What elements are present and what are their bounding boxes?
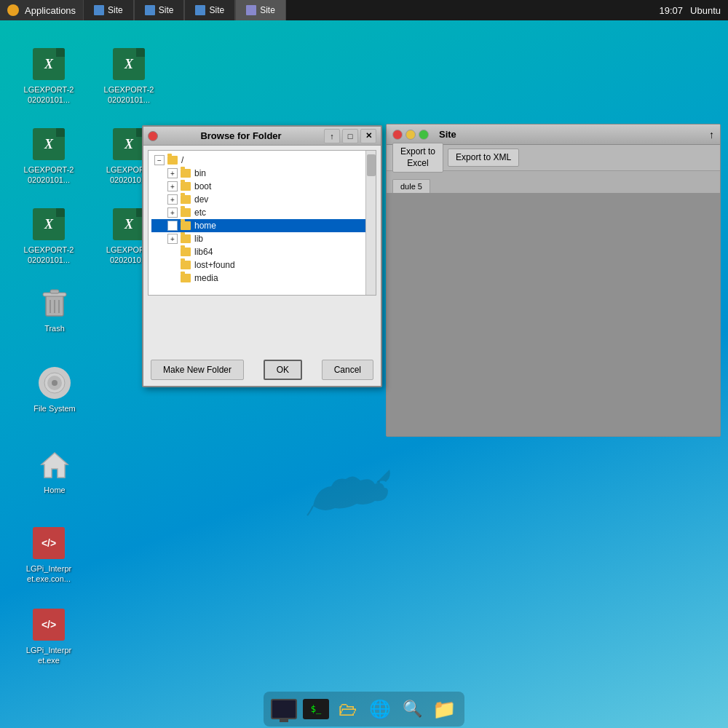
desktop-icon-home[interactable]: Home: [22, 444, 87, 498]
export-to-xml-btn[interactable]: Export to XML: [448, 149, 519, 167]
folder-label-boot: boot: [194, 181, 211, 191]
applications-menu[interactable]: Applications: [0, 0, 83, 20]
browse-for-folder-dialog: Browse for Folder ↑ □ ✕ − / + bin +: [142, 125, 382, 387]
svg-point-8: [52, 380, 58, 386]
dialog-close-btn[interactable]: [148, 131, 158, 141]
filesystem-icon: [37, 365, 72, 400]
site-btn-label-3: Site: [209, 5, 224, 15]
tree-item-lib64[interactable]: lib64: [151, 245, 373, 258]
site-content-area: [387, 193, 720, 436]
site-btn-label-4: Site: [260, 5, 275, 15]
site-minimize-btn[interactable]: [405, 130, 416, 140]
lgpi2-label: LGPi_Interpret.exe: [26, 645, 71, 666]
excel-icon-1: X: [31, 47, 66, 82]
excel-icon-4: X: [111, 127, 146, 162]
dock-terminal[interactable]: $_: [301, 695, 331, 724]
site-icon-4: [246, 5, 256, 15]
scrollbar-thumb[interactable]: [367, 154, 376, 176]
taskbar-site-btn-4[interactable]: Site: [235, 0, 286, 20]
trash-label: Trash: [44, 323, 65, 333]
export-to-excel-btn[interactable]: Export toExcel: [392, 143, 443, 173]
folder-label-media: media: [194, 273, 218, 283]
tree-item-home[interactable]: + home: [151, 219, 373, 232]
cancel-btn[interactable]: Cancel: [322, 360, 373, 380]
desktop-icon-lgpi1[interactable]: </> LGPi_Interpret.exe.con...: [16, 523, 82, 587]
dock-folder2[interactable]: 📁: [430, 695, 459, 724]
dialog-nav-up[interactable]: ↑: [324, 129, 340, 143]
site-window: Site ↑ Export toExcel Export to XML dule…: [386, 124, 721, 437]
lgpi2-icon: </>: [31, 607, 66, 642]
folder-icon-boot: [181, 182, 191, 191]
site-maximize-btn[interactable]: [419, 130, 429, 140]
monitor-icon: [271, 699, 297, 719]
folder-label-lib: lib: [194, 234, 203, 244]
expand-dev[interactable]: +: [167, 194, 178, 205]
tree-content: − / + bin + boot + dev: [149, 151, 376, 288]
tree-scrollbar[interactable]: [365, 151, 376, 295]
excel-icon-2: X: [111, 47, 146, 82]
taskbar-site-btn-2[interactable]: Site: [134, 0, 185, 20]
desktop-icon-lgpi2[interactable]: </> LGPi_Interpret.exe: [16, 604, 82, 669]
home-icon: [37, 447, 72, 482]
lgexport5-label: LGEXPORT-202020101...: [24, 245, 74, 266]
expand-home[interactable]: +: [167, 221, 178, 231]
desktop-icon-trash[interactable]: Trash: [22, 282, 87, 336]
desktop-icon-filesystem[interactable]: File System: [22, 363, 87, 416]
tree-item-etc[interactable]: + etc: [151, 206, 373, 219]
site-tab-module5[interactable]: dule 5: [392, 179, 430, 193]
site-window-titlebar[interactable]: Site ↑: [387, 124, 720, 145]
tree-item-media[interactable]: media: [151, 272, 373, 285]
svg-marker-9: [41, 453, 68, 478]
make-new-folder-btn[interactable]: Make New Folder: [151, 360, 244, 380]
expand-bin[interactable]: +: [167, 168, 178, 178]
desktop-icon-lgexport2[interactable]: X LGEXPORT-202020101...: [96, 44, 162, 108]
taskbar-site-btn-1[interactable]: Site: [83, 0, 134, 20]
excel-icon-5: X: [31, 207, 66, 242]
expand-boot[interactable]: +: [167, 181, 178, 191]
site-nav-up[interactable]: ↑: [709, 129, 714, 141]
site-toolbar: Export toExcel Export to XML: [387, 145, 720, 171]
dock-files[interactable]: 🗁: [333, 695, 363, 724]
svg-point-10: [377, 480, 380, 483]
folder-icon-media: [181, 274, 191, 282]
taskbar-bottom: $_ 🗁 🌐 🔍 📁: [0, 690, 728, 728]
dialog-nav-maximize[interactable]: □: [342, 129, 358, 143]
browse-dialog-title: Browse for Folder: [200, 130, 281, 141]
svg-rect-2: [50, 290, 59, 293]
tree-item-dev[interactable]: + dev: [151, 193, 373, 206]
expand-lib[interactable]: +: [167, 234, 178, 244]
lgpi1-label: LGPi_Interpret.exe.con...: [26, 563, 71, 585]
taskbar-right: 19:07 Ubuntu: [660, 5, 728, 16]
os-label: Ubuntu: [690, 5, 721, 16]
folder-label-dev: dev: [194, 194, 208, 205]
dock-search[interactable]: 🔍: [397, 695, 427, 724]
folder-label-home: home: [194, 221, 216, 231]
folder-tree: − / + bin + boot + dev: [148, 150, 376, 296]
tree-item-boot[interactable]: + boot: [151, 180, 373, 193]
dock-browser[interactable]: 🌐: [365, 695, 395, 724]
site-close-btn[interactable]: [392, 130, 403, 140]
expand-root[interactable]: −: [154, 155, 165, 165]
folder-label-lib64: lib64: [194, 247, 213, 257]
search-icon: 🔍: [403, 700, 422, 719]
taskbar-site-btn-3[interactable]: Site: [184, 0, 235, 20]
folder-label-etc: etc: [194, 207, 206, 218]
dialog-nav-close[interactable]: ✕: [360, 129, 376, 143]
rat-silhouette: [306, 466, 393, 517]
folder-icon-root: [167, 156, 178, 165]
dock-monitor[interactable]: [269, 695, 298, 724]
desktop-icon-lgexport5[interactable]: X LGEXPORT-202020101...: [16, 204, 82, 269]
expand-etc[interactable]: +: [167, 207, 178, 218]
lgexport2-label: LGEXPORT-202020101...: [104, 84, 154, 106]
site-icon-2: [145, 5, 155, 15]
desktop-icon-lgexport1[interactable]: X LGEXPORT-202020101...: [16, 44, 82, 108]
tree-item-lostfound[interactable]: lost+found: [151, 258, 373, 272]
tree-item-lib[interactable]: + lib: [151, 232, 373, 245]
ok-btn[interactable]: OK: [264, 360, 302, 380]
site-tabs-row: dule 5: [387, 171, 720, 193]
trash-icon: [37, 285, 72, 320]
tree-item-root[interactable]: − /: [151, 154, 373, 167]
tree-item-bin[interactable]: + bin: [151, 167, 373, 180]
folder-icon-etc: [181, 208, 191, 217]
desktop-icon-lgexport3[interactable]: X LGEXPORT-202020101...: [16, 124, 82, 189]
